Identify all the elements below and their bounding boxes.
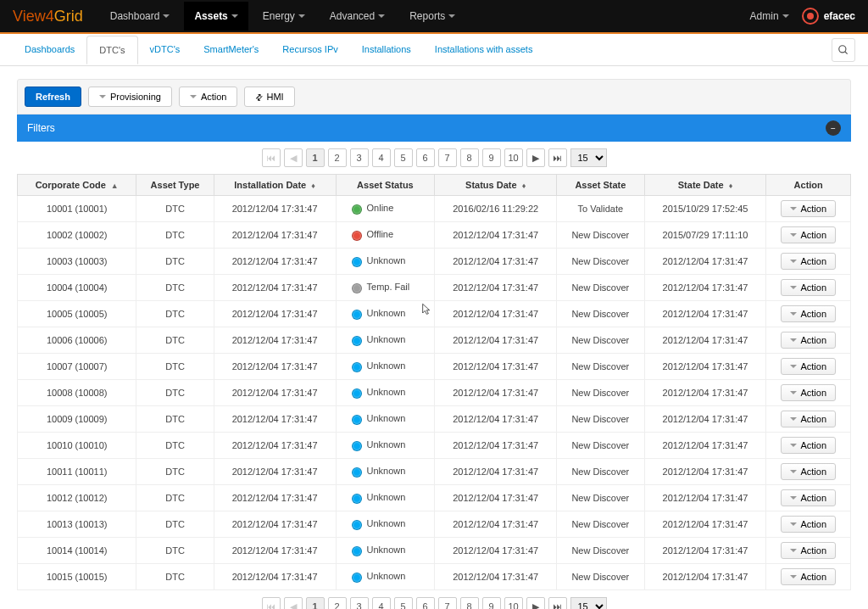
row-action-button[interactable]: Action — [781, 411, 836, 427]
row-action-button[interactable]: Action — [781, 200, 836, 217]
pager-page-7[interactable]: 7 — [438, 597, 457, 609]
subnav-tab[interactable]: Dashboards — [13, 36, 86, 64]
pager-page-4[interactable]: 4 — [372, 148, 391, 167]
col-corporate-code[interactable]: Corporate Code ▲ — [18, 175, 136, 196]
row-action-button[interactable]: Action — [781, 384, 836, 401]
table-row[interactable]: 10011 (10011)DTC2012/12/04 17:31:47Unkno… — [18, 459, 851, 485]
cell-action: Action — [766, 485, 851, 511]
row-action-button[interactable]: Action — [781, 226, 836, 243]
row-action-button[interactable]: Action — [781, 253, 836, 270]
action-label: Action — [201, 92, 227, 102]
topnav-item-reports[interactable]: Reports — [399, 2, 465, 31]
table-row[interactable]: 10010 (10010)DTC2012/12/04 17:31:47Unkno… — [18, 433, 851, 459]
caret-down-icon — [790, 444, 797, 447]
row-action-button[interactable]: Action — [781, 279, 836, 296]
subnav-tab[interactable]: SmartMeter's — [192, 36, 270, 64]
pager-page-3[interactable]: 3 — [350, 148, 369, 167]
subnav-tab[interactable]: Installations with assets — [423, 36, 545, 64]
topnav-item-dashboard[interactable]: Dashboard — [100, 2, 181, 31]
page-size-select[interactable]: 15 — [570, 148, 607, 167]
pager-page-8[interactable]: 8 — [460, 597, 479, 609]
pager-page-2[interactable]: 2 — [328, 148, 347, 167]
row-action-button[interactable]: Action — [781, 542, 836, 559]
pager-page-6[interactable]: 6 — [416, 597, 435, 609]
pager-page-2[interactable]: 2 — [328, 597, 347, 609]
pager-page-9[interactable]: 9 — [482, 597, 501, 609]
row-action-button[interactable]: Action — [781, 437, 836, 454]
table-row[interactable]: 10002 (10002)DTC2012/12/04 17:31:47Offli… — [18, 222, 851, 249]
pager-page-7[interactable]: 7 — [438, 148, 457, 167]
cell-installation-date: 2012/12/04 17:31:47 — [214, 222, 336, 249]
topnav-label: Reports — [409, 10, 445, 22]
action-label: Action — [800, 493, 826, 503]
pager-page-10[interactable]: 10 — [504, 148, 523, 167]
topnav-item-energy[interactable]: Energy — [253, 2, 315, 31]
subnav-tab[interactable]: Recursos IPv — [270, 36, 349, 64]
pager-page-10[interactable]: 10 — [504, 597, 523, 609]
pager-page-1[interactable]: 1 — [306, 148, 325, 167]
pager-page-8[interactable]: 8 — [460, 148, 479, 167]
table-row[interactable]: 10009 (10009)DTC2012/12/04 17:31:47Unkno… — [18, 406, 851, 433]
col-asset-state[interactable]: Asset State — [557, 175, 644, 196]
status-text: Unknown — [367, 308, 406, 318]
cell-asset-state: New Discover — [557, 433, 644, 459]
row-action-button[interactable]: Action — [781, 305, 836, 322]
pager-page-6[interactable]: 6 — [416, 148, 435, 167]
pager-page-1[interactable]: 1 — [306, 597, 325, 609]
table-row[interactable]: 10004 (10004)DTC2012/12/04 17:31:47Temp.… — [18, 275, 851, 301]
table-row[interactable]: 10007 (10007)DTC2012/12/04 17:31:47Unkno… — [18, 354, 851, 380]
caret-down-icon — [298, 14, 305, 18]
row-action-button[interactable]: Action — [781, 358, 836, 375]
admin-menu[interactable]: Admin — [750, 10, 789, 22]
action-button[interactable]: Action — [179, 87, 238, 107]
table-row[interactable]: 10006 (10006)DTC2012/12/04 17:31:47Unkno… — [18, 327, 851, 354]
pager-last[interactable]: ⏭ — [548, 597, 567, 609]
row-action-button[interactable]: Action — [781, 568, 836, 585]
col-state-date[interactable]: State Date ♦ — [644, 175, 766, 196]
cell-state-date: 2012/12/04 17:31:47 — [644, 380, 766, 406]
table-row[interactable]: 10008 (10008)DTC2012/12/04 17:31:47Unkno… — [18, 380, 851, 406]
pager-page-4[interactable]: 4 — [372, 597, 391, 609]
pager-next[interactable]: ▶ — [526, 148, 545, 167]
col-status-date[interactable]: Status Date ♦ — [435, 175, 557, 196]
provisioning-label: Provisioning — [110, 92, 161, 102]
row-action-button[interactable]: Action — [781, 332, 836, 349]
subnav-tab[interactable]: DTC's — [86, 36, 137, 64]
pager-page-3[interactable]: 3 — [350, 597, 369, 609]
table-row[interactable]: 10014 (10014)DTC2012/12/04 17:31:47Unkno… — [18, 538, 851, 564]
pager-page-5[interactable]: 5 — [394, 597, 413, 609]
provisioning-button[interactable]: Provisioning — [88, 87, 172, 107]
subnav-tab[interactable]: Installations — [350, 36, 423, 64]
table-row[interactable]: 10005 (10005)DTC2012/12/04 17:31:47Unkno… — [18, 301, 851, 327]
col-asset-status[interactable]: Asset Status — [336, 175, 435, 196]
table-row[interactable]: 10012 (10012)DTC2012/12/04 17:31:47Unkno… — [18, 485, 851, 511]
filters-collapse-icon[interactable]: − — [826, 120, 841, 136]
col-action[interactable]: Action — [766, 175, 851, 196]
search-button[interactable] — [832, 38, 855, 62]
row-action-button[interactable]: Action — [781, 516, 836, 533]
col-installation-date[interactable]: Installation Date ♦ — [214, 175, 336, 196]
pager-last[interactable]: ⏭ — [548, 148, 567, 167]
filters-bar[interactable]: Filters − — [17, 115, 851, 142]
table-row[interactable]: 10001 (10001)DTC2012/12/04 17:31:47Onlin… — [18, 196, 851, 222]
caret-down-icon — [190, 95, 197, 98]
row-action-button[interactable]: Action — [781, 463, 836, 480]
refresh-button[interactable]: Refresh — [25, 87, 81, 107]
cell-code: 10011 (10011) — [18, 459, 136, 485]
table-row[interactable]: 10013 (10013)DTC2012/12/04 17:31:47Unkno… — [18, 511, 851, 538]
table-row[interactable]: 10003 (10003)DTC2012/12/04 17:31:47Unkno… — [18, 249, 851, 275]
hmi-button[interactable]: ⇄HMI — [244, 87, 294, 107]
pager-next[interactable]: ▶ — [526, 597, 545, 609]
topnav-item-advanced[interactable]: Advanced — [320, 2, 395, 31]
col-asset-type[interactable]: Asset Type — [136, 175, 214, 196]
topnav-item-assets[interactable]: Assets — [184, 2, 248, 31]
caret-down-icon — [790, 286, 797, 289]
status-text: Unknown — [367, 439, 406, 450]
cell-action: Action — [766, 459, 851, 485]
pager-page-5[interactable]: 5 — [394, 148, 413, 167]
row-action-button[interactable]: Action — [781, 489, 836, 506]
table-row[interactable]: 10015 (10015)DTC2012/12/04 17:31:47Unkno… — [18, 564, 851, 590]
subnav-tab[interactable]: vDTC's — [138, 36, 192, 64]
page-size-select[interactable]: 15 — [570, 597, 607, 609]
pager-page-9[interactable]: 9 — [482, 148, 501, 167]
